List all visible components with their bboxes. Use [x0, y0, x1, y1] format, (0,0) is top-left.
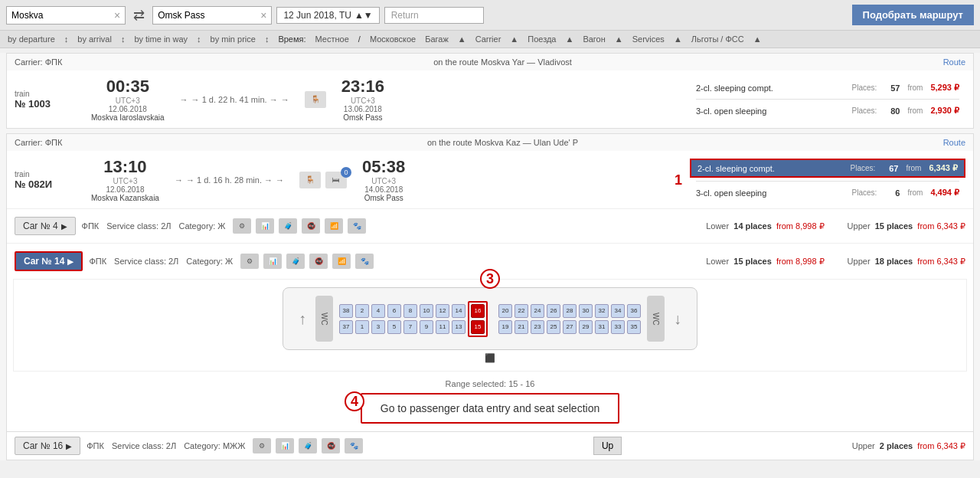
from-input[interactable] — [11, 10, 111, 21]
seat-20[interactable]: 20 — [498, 304, 512, 318]
arrow-down-icon: ↓ — [674, 310, 681, 328]
comp-10: 20 19 — [498, 304, 512, 334]
train2-class1[interactable]: 2-cl. sleeping compt. Places: 67 from 6,… — [690, 159, 965, 178]
up-button[interactable]: Up — [593, 437, 622, 455]
seat-33[interactable]: 33 — [611, 320, 625, 334]
car14-lower-places: 15 places — [733, 257, 772, 266]
seat-8[interactable]: 8 — [403, 304, 417, 318]
car4-section: Car № 4 ▶ ФПК Service class: 2Л Category… — [7, 208, 973, 243]
car16-svc-chart: 📊 — [276, 438, 294, 453]
car14-button[interactable]: Car № 14 ▶ — [15, 251, 83, 271]
seat-14[interactable]: 14 — [452, 304, 466, 318]
train1-class2-price: 2,930 ₽ — [930, 106, 959, 116]
seat-35[interactable]: 35 — [627, 320, 641, 334]
swap-button[interactable]: ⇄ — [130, 7, 148, 24]
car4-lower-label: Lower — [706, 221, 729, 231]
car4-lower-price: from 8,998 ₽ — [776, 221, 825, 231]
car4-places: Lower 14 places from 8,998 ₽ Upper 15 pl… — [706, 221, 965, 231]
seat-29[interactable]: 29 — [579, 320, 593, 334]
train-block-1: Carrier: ФПК on the route Moskva Yar — V… — [6, 53, 974, 129]
seat-23[interactable]: 23 — [531, 320, 544, 334]
seat-11[interactable]: 11 — [436, 320, 449, 334]
train1-class1[interactable]: 2-cl. sleeping compt. Places: 57 from 5,… — [690, 80, 965, 96]
seat-12[interactable]: 12 — [436, 304, 449, 318]
train-block-2: 1 Carrier: ФПК on the route Moskva Kaz —… — [6, 133, 974, 460]
sort-services[interactable]: Services — [632, 34, 665, 44]
car14-lower-group: Lower 15 places from 8,998 ₽ — [706, 257, 824, 267]
train2-badge: 0 — [341, 167, 351, 178]
car4-lower-places: 14 places — [733, 221, 772, 231]
car16-svc-pet: 🐾 — [345, 438, 363, 453]
seat-10[interactable]: 10 — [420, 304, 433, 318]
seat-30[interactable]: 30 — [579, 304, 593, 318]
seat-1[interactable]: 1 — [355, 320, 369, 334]
car14-meta: ФПК Service class: 2Л Category: Ж ⚙ 📊 🧳 … — [89, 254, 374, 269]
train2-icon-bed[interactable]: 🛏 0 — [325, 172, 347, 188]
clear-to-btn[interactable]: × — [260, 9, 266, 21]
train1-icon-seat[interactable]: 🪑 — [305, 91, 326, 108]
seat-7[interactable]: 7 — [403, 320, 417, 334]
train2-class2[interactable]: 3-cl. open sleeping Places: 6 from 4,494… — [690, 185, 965, 201]
seat-9[interactable]: 9 — [420, 320, 433, 334]
train2-dep-time: 13:10 — [91, 157, 159, 177]
sort-benefits[interactable]: Льготы / ФСС — [691, 34, 744, 44]
train1-class2-from: from — [907, 106, 923, 115]
car14-service-class: Service class: 2Л — [114, 257, 178, 266]
train2-dep-tz: UTC+3 — [91, 177, 159, 185]
seat-26[interactable]: 26 — [547, 304, 560, 318]
train1-route-link[interactable]: Route — [943, 57, 965, 67]
seat-24[interactable]: 24 — [531, 304, 544, 318]
sort-carrier[interactable]: Carrier — [475, 34, 501, 44]
seat-5[interactable]: 5 — [387, 320, 401, 334]
sort-wagon[interactable]: Вагон — [583, 34, 605, 44]
sort-by-arrival[interactable]: by arrival — [77, 34, 112, 44]
seat-6[interactable]: 6 — [387, 304, 401, 318]
train2-duration-text: → 1 d. 16 h. 28 min. → — [186, 175, 273, 185]
comp-11: 22 21 — [514, 304, 528, 334]
sort-train[interactable]: Поезда — [528, 34, 556, 44]
train2-icon-seat[interactable]: 🪑 — [299, 172, 321, 188]
seat-34[interactable]: 34 — [611, 304, 625, 318]
seat-16[interactable]: 16 — [471, 304, 485, 318]
sort-by-departure[interactable]: by departure — [8, 34, 55, 44]
train1-arr-station: Omsk Pass — [341, 113, 384, 122]
sort-by-price[interactable]: by min price — [211, 34, 256, 44]
car4-button[interactable]: Car № 4 ▶ — [15, 217, 76, 235]
seat-4[interactable]: 4 — [371, 304, 385, 318]
seat-27[interactable]: 27 — [563, 320, 577, 334]
seat-32[interactable]: 32 — [595, 304, 609, 318]
car14-chevron-icon: ▶ — [67, 257, 74, 266]
seat-28[interactable]: 28 — [563, 304, 577, 318]
train1-class2[interactable]: 3-cl. open sleeping Places: 80 from 2,93… — [690, 103, 965, 119]
date-input-wrap[interactable]: 12 Jun 2018, TU ▲▼ — [276, 7, 379, 24]
search-button[interactable]: Подобрать маршрут — [852, 5, 974, 25]
go-button[interactable]: Go to passenger data entry and seat sele… — [361, 393, 619, 424]
sort-svc-icon: ▲ — [674, 34, 682, 44]
car14-upper-places: 18 places — [875, 257, 913, 266]
car4-lower-group: Lower 14 places from 8,998 ₽ — [706, 221, 824, 231]
seat-38[interactable]: 38 — [339, 304, 353, 318]
train1-class2-places-label: Places: — [852, 106, 877, 115]
seat-21[interactable]: 21 — [514, 320, 528, 334]
sort-local[interactable]: Местное — [315, 34, 349, 44]
seat-13[interactable]: 13 — [452, 320, 466, 334]
return-input-wrap[interactable]: Return — [384, 7, 484, 24]
seat-22[interactable]: 22 — [514, 304, 528, 318]
train2-route-link[interactable]: Route — [943, 138, 965, 147]
seat-36[interactable]: 36 — [627, 304, 641, 318]
car16-row: Car № 16 ▶ ФПК Service class: 2Л Categor… — [7, 431, 973, 460]
seat-37[interactable]: 37 — [339, 320, 353, 334]
seat-3[interactable]: 3 — [371, 320, 385, 334]
seat-15[interactable]: 15 — [471, 320, 485, 334]
sort-baggage[interactable]: Багаж — [425, 34, 449, 44]
sort-moscow[interactable]: Московское — [370, 34, 416, 44]
car16-button[interactable]: Car № 16 ▶ — [15, 437, 80, 455]
seat-2[interactable]: 2 — [355, 304, 369, 318]
seat-25[interactable]: 25 — [547, 320, 560, 334]
train2-class1-places: 67 — [883, 164, 898, 173]
clear-from-btn[interactable]: × — [114, 9, 120, 21]
seat-31[interactable]: 31 — [595, 320, 609, 334]
to-input[interactable] — [158, 10, 257, 21]
seat-19[interactable]: 19 — [498, 320, 512, 334]
sort-by-time[interactable]: by time in way — [134, 34, 188, 44]
